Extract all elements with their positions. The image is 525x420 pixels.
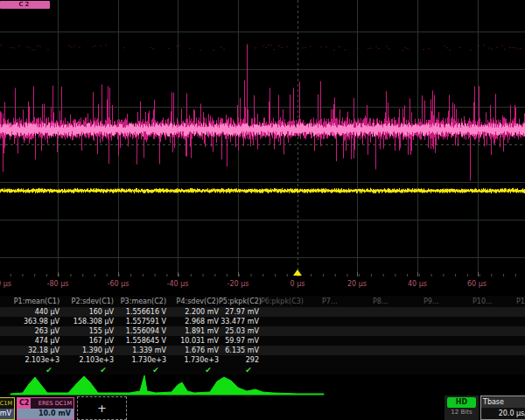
waveform-canvas[interactable]: [0, 0, 525, 276]
parameter-header[interactable]: P5:pkpk(C2): [219, 296, 259, 307]
time-axis-label: -80 µs: [47, 280, 69, 288]
table-cell: 1.390 µV: [61, 346, 114, 355]
time-axis-label: -20 µs: [228, 280, 249, 288]
table-cell: 474 µV: [5, 336, 60, 346]
time-axis-label: -100 µs: [0, 280, 11, 288]
table-row: 2.103e+32.103e+31.730e+31.730e+3292: [0, 355, 525, 365]
acquisition-panel[interactable]: HD 12 Bits: [444, 396, 479, 420]
time-axis-label: -60 µs: [108, 280, 130, 288]
time-axis-label: 60 µs: [467, 280, 486, 288]
table-cell: 158.308 µV: [61, 317, 114, 326]
table-cell: 1.339 mV: [114, 346, 166, 355]
oscilloscope-screen: C2 -100 µs-80 µs-60 µs-40 µs-20 µs0 µs20…: [0, 0, 525, 420]
bottom-bar: C1 DC1M 10.0 mV C2 ERES DC1M 10.0 mV + H…: [0, 396, 525, 420]
table-cell: 10.031 mV: [166, 336, 219, 346]
table-row: 32.18 µV1.390 µV1.339 mV1.676 mV6.135 mV: [0, 346, 525, 355]
parameter-header-inactive[interactable]: P7...: [322, 296, 338, 307]
waveform-display[interactable]: C2 -100 µs-80 µs-60 µs-40 µs-20 µs0 µs20…: [0, 0, 525, 292]
table-row: 440 µV160 µV1.556616 V2.200 mV27.97 mV: [0, 307, 525, 317]
c1-coupling: DC1M: [0, 400, 14, 407]
time-axis-label: 20 µs: [347, 280, 367, 288]
time-axis: -100 µs-80 µs-60 µs-40 µs-20 µs0 µs20 µs…: [0, 278, 525, 290]
parameter-header-inactive[interactable]: P8...: [373, 296, 388, 307]
table-cell: 1.556616 V: [114, 307, 166, 317]
c2-label: C2: [18, 398, 31, 409]
resolution-bits: 12 Bits: [444, 409, 479, 416]
table-cell: 2.968 mV: [166, 317, 219, 326]
table-cell: 32.18 µV: [5, 346, 60, 355]
time-axis-label: 40 µs: [408, 280, 427, 288]
parameter-header[interactable]: P2:sdev(C1): [61, 296, 114, 307]
table-cell: 6.135 mV: [219, 346, 259, 355]
table-row: 363.98 µV158.308 µV1.557591 V2.968 mV33.…: [0, 317, 525, 326]
timebase-descriptor[interactable]: Tbase 20.0 µs/div: [480, 396, 525, 420]
table-cell: 363.98 µV: [5, 317, 60, 326]
table-cell: 1.730e+3: [166, 355, 219, 365]
parameter-header-inactive[interactable]: P10...: [472, 296, 493, 307]
table-cell: 1.891 mV: [166, 326, 219, 336]
parameter-header[interactable]: P1:mean(C1): [5, 296, 60, 307]
parameter-header-inactive[interactable]: P9...: [424, 296, 439, 307]
table-cell: 2.103e+3: [61, 355, 114, 365]
table-cell: 2.200 mV: [166, 307, 219, 317]
table-cell: 2.103e+3: [5, 355, 60, 365]
c2-scale-value: 10.0 mV: [18, 409, 74, 419]
histogram-strip: [0, 374, 525, 396]
table-cell: 59.97 mV: [219, 336, 259, 346]
time-axis-label: -40 µs: [167, 280, 189, 288]
table-cell: 33.477 mV: [219, 317, 259, 326]
c1-scale-value: 10.0 mV: [0, 409, 14, 419]
measurement-table[interactable]: P1:mean(C1)P2:sdev(C1)P3:mean(C2)P4:sdev…: [0, 296, 525, 376]
table-cell: 440 µV: [5, 307, 60, 317]
table-cell: 1.557591 V: [114, 317, 166, 326]
table-header-row: P1:mean(C1)P2:sdev(C1)P3:mean(C2)P4:sdev…: [0, 296, 525, 307]
table-row: 474 µV167 µV1.558645 V10.031 mV59.97 mV: [0, 336, 525, 346]
table-cell: 263 µV: [5, 326, 60, 336]
table-cell: 292: [219, 355, 259, 365]
add-trace-button[interactable]: +: [77, 396, 127, 420]
table-cell: 25.03 mV: [219, 326, 259, 336]
table-cell: 155 µV: [61, 326, 114, 336]
table-cell: 27.97 mV: [219, 307, 259, 317]
timebase-label: Tbase: [481, 396, 525, 408]
parameter-header[interactable]: P3:mean(C2): [114, 296, 166, 307]
timebase-value: 20.0 µs/div: [481, 408, 525, 419]
channel-descriptor-c2[interactable]: C2 ERES DC1M 10.0 mV: [17, 397, 74, 420]
c2-coupling: ERES DC1M: [31, 400, 74, 407]
hd-mode-badge: HD: [447, 397, 476, 408]
channel-descriptor-c1[interactable]: C1 DC1M 10.0 mV: [0, 397, 15, 420]
table-cell: 167 µV: [61, 336, 114, 346]
time-axis-label: 0 µs: [290, 280, 305, 288]
table-cell: 1.558645 V: [114, 336, 166, 346]
table-cell: 1.676 mV: [166, 346, 219, 355]
table-cell: 1.556094 V: [114, 326, 166, 336]
table-cell: 160 µV: [61, 307, 114, 317]
table-row: 263 µV155 µV1.556094 V1.891 mV25.03 mV: [0, 326, 525, 336]
active-trace-badge[interactable]: C2: [0, 1, 50, 9]
parameter-header-inactive[interactable]: P6:pkpk(C3): [261, 296, 304, 307]
parameter-header[interactable]: P4:sdev(C2): [166, 296, 219, 307]
table-cell: 1.730e+3: [114, 355, 166, 365]
parameter-header-inactive[interactable]: P1: [516, 296, 525, 307]
